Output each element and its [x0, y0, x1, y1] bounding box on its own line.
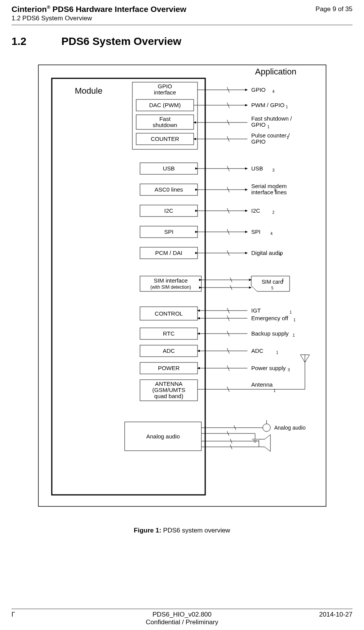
- rtc-text: RTC: [163, 330, 175, 337]
- digital-audio-count: 4: [279, 253, 282, 257]
- asc0-line: Serial modem interface lines 8: [198, 183, 287, 195]
- asc0-block: ASC0 lines: [140, 184, 198, 195]
- digital-audio-rlabel: Digital audio: [251, 250, 283, 256]
- caption-text: PDS6 system overview: [161, 527, 231, 534]
- emerg-rlabel: Emergency off: [251, 315, 288, 321]
- backup-rlabel: Backup supply: [251, 330, 289, 337]
- power-count: 3: [288, 368, 290, 372]
- gpio-interface-l1: GPIO: [158, 83, 172, 89]
- antenna-rlabel: Antenna: [251, 381, 273, 388]
- i2c-count: 2: [272, 210, 275, 215]
- doc-subtitle: 1.2 PDS6 System Overview: [12, 15, 186, 22]
- power-block: POWER: [140, 362, 198, 374]
- usb-block: USB: [140, 163, 198, 174]
- pwm-count: 1: [286, 105, 288, 109]
- usb-count: 3: [272, 168, 275, 172]
- analog-audio-text: Analog audio: [146, 433, 180, 440]
- sim-card-label: SIM card: [261, 279, 283, 285]
- antenna-l3: quad band): [154, 393, 183, 399]
- title-suffix: PDS6 Hardware Interface Overview: [50, 5, 186, 13]
- footer-confidential: Confidential / Preliminary: [69, 618, 295, 626]
- backup-count: 1: [293, 333, 295, 337]
- power-text: POWER: [158, 365, 180, 371]
- adc-count: 1: [276, 351, 278, 355]
- section-title: PDS6 System Overview: [61, 35, 181, 48]
- header-left: Cinterion® PDS6 Hardware Interface Overv…: [12, 5, 186, 22]
- pwm-rlabel: PWM / GPIO: [251, 102, 285, 108]
- fast-count: 1: [267, 125, 270, 129]
- rtc-line: Backup supply 1: [198, 330, 295, 337]
- adc-line: ADC 1: [198, 347, 278, 355]
- gpio-count: 4: [272, 89, 275, 94]
- control-block: CONTROL: [140, 307, 198, 320]
- spi-count: 4: [270, 231, 273, 236]
- igt-count: 1: [290, 310, 292, 314]
- microphone-icon: [263, 424, 270, 432]
- adc-rlabel: ADC: [251, 347, 264, 354]
- spi-rlabel: SPI: [251, 228, 260, 235]
- asc0-text: ASC0 lines: [154, 186, 183, 193]
- emerg-count: 1: [293, 318, 296, 322]
- gpio-line: GPIO 4: [198, 86, 275, 94]
- fast-line: Fast shutdown / GPIO 1: [194, 115, 292, 129]
- application-label: Application: [255, 67, 296, 76]
- i2c-block: I2C: [140, 205, 198, 217]
- pulse-rlabel-l2: GPIO: [251, 138, 266, 145]
- spi-block: SPI: [140, 226, 198, 238]
- figure-1: Application Module GPIO interface DAC (P…: [36, 63, 328, 508]
- footer-docid: PDS6_HIO_v02.800: [69, 611, 295, 618]
- page-footer: Γ PDS6_HIO_v02.800 Confidential / Prelim…: [12, 605, 352, 626]
- figure-caption: Figure 1: PDS6 system overview: [0, 527, 364, 534]
- analog-audio-block: Analog audio: [125, 422, 201, 451]
- serial-count: 8: [274, 188, 277, 192]
- footer-left-symbol: Γ: [12, 611, 69, 626]
- sim-top-count: 1: [282, 278, 284, 282]
- gpio-interface-l2: interface: [154, 89, 176, 96]
- serial-rlabel-l1: Serial modem: [251, 183, 287, 189]
- usb-text: USB: [163, 165, 175, 172]
- sim-text: SIM interface: [153, 277, 187, 284]
- footer-center: PDS6_HIO_v02.800 Confidential / Prelimin…: [69, 611, 295, 626]
- footer-rule: [12, 609, 352, 609]
- antenna-l2: (GSM/UMTS: [152, 387, 185, 393]
- sim-sub-text: (with SIM detection): [150, 284, 191, 290]
- pcm-line: Digital audio 4: [198, 250, 283, 257]
- i2c-rlabel: I2C: [251, 207, 260, 214]
- pcm-text: PCM / DAI: [155, 250, 182, 256]
- usb-line: USB 3: [198, 165, 275, 172]
- i2c-line: I2C 2: [198, 207, 275, 215]
- antenna-line: Antenna 1: [198, 355, 310, 393]
- fast-shutdown-l2: shutdown: [152, 122, 177, 128]
- serial-rlabel-l2: interface lines: [251, 189, 287, 195]
- gpio-rlabel: GPIO: [251, 86, 266, 93]
- power-rlabel: Power supply: [251, 365, 286, 371]
- section-number: 1.2: [12, 35, 61, 48]
- pulse-count: 1: [287, 136, 289, 140]
- registered-mark: ®: [47, 5, 50, 10]
- igt-rlabel: IGT: [251, 307, 261, 314]
- rtc-block: RTC: [140, 328, 198, 339]
- sim-count: 5: [271, 286, 273, 290]
- speaker-icon: [259, 435, 270, 451]
- antenna-count: 1: [273, 389, 276, 393]
- power-line: Power supply 3: [198, 365, 290, 372]
- spi-line: SPI 4: [198, 228, 273, 236]
- page-header: Cinterion® PDS6 Hardware Interface Overv…: [0, 0, 364, 22]
- spi-text: SPI: [164, 228, 173, 235]
- antenna-l1: ANTENNA: [155, 380, 183, 387]
- fast-shutdown-l1: Fast: [159, 116, 171, 122]
- system-overview-diagram: Application Module GPIO interface DAC (P…: [36, 63, 328, 508]
- antenna-block: ANTENNA (GSM/UMTS quad band): [140, 380, 198, 401]
- control-text: CONTROL: [155, 310, 183, 317]
- doc-title: Cinterion® PDS6 Hardware Interface Overv…: [12, 5, 186, 14]
- pwm-line: PWM / GPIO 1: [194, 102, 288, 109]
- fast-rlabel-l1: Fast shutdown /: [251, 115, 292, 122]
- pcm-block: PCM / DAI: [140, 247, 198, 259]
- caption-label: Figure 1:: [134, 527, 161, 534]
- counter-label: COUNTER: [150, 136, 179, 142]
- i2c-text: I2C: [164, 207, 173, 214]
- footer-date: 2014-10-27: [295, 611, 352, 626]
- title-prefix: Cinterion: [12, 5, 47, 13]
- page-number: Page 9 of 35: [316, 5, 352, 13]
- pulse-rlabel-l1: Pulse counter /: [251, 132, 290, 139]
